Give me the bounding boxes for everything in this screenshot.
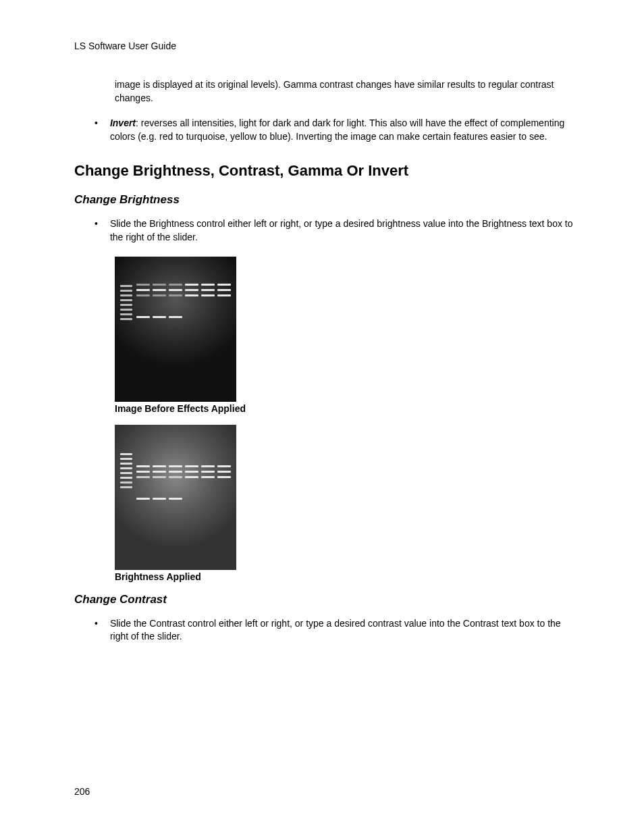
bullet-brightness-instruction: • Slide the Brightness control either le… bbox=[95, 217, 580, 244]
contrast-instruction-text: Slide the Contrast control either left o… bbox=[110, 617, 580, 644]
section-heading: Change Brightness, Contrast, Gamma Or In… bbox=[74, 162, 580, 180]
invert-body: : reverses all intensities, light for da… bbox=[110, 118, 564, 142]
caption-before: Image Before Effects Applied bbox=[115, 403, 580, 414]
subsection-contrast-heading: Change Contrast bbox=[74, 593, 580, 606]
bullet-invert-content: Invert: reverses all intensities, light … bbox=[110, 117, 580, 143]
gel-image-before bbox=[115, 257, 236, 402]
brightness-instruction-text: Slide the Brightness control either left… bbox=[110, 217, 580, 244]
bullet-marker-icon: • bbox=[95, 117, 98, 143]
subsection-brightness-heading: Change Brightness bbox=[74, 193, 580, 207]
gel-image-after bbox=[115, 425, 236, 570]
figure-before: Image Before Effects Applied bbox=[115, 257, 580, 414]
bullet-contrast-instruction: • Slide the Contrast control either left… bbox=[95, 617, 580, 644]
bullet-invert: • Invert: reverses all intensities, ligh… bbox=[95, 117, 580, 143]
continuation-paragraph: image is displayed at its original level… bbox=[115, 78, 580, 105]
caption-after: Brightness Applied bbox=[115, 571, 580, 582]
page-number: 206 bbox=[74, 786, 90, 797]
page-header-title: LS Software User Guide bbox=[74, 41, 580, 51]
bullet-marker-icon: • bbox=[95, 617, 98, 644]
bullet-marker-icon: • bbox=[95, 217, 98, 244]
invert-lead: Invert bbox=[110, 118, 136, 128]
figure-after: Brightness Applied bbox=[115, 425, 580, 582]
